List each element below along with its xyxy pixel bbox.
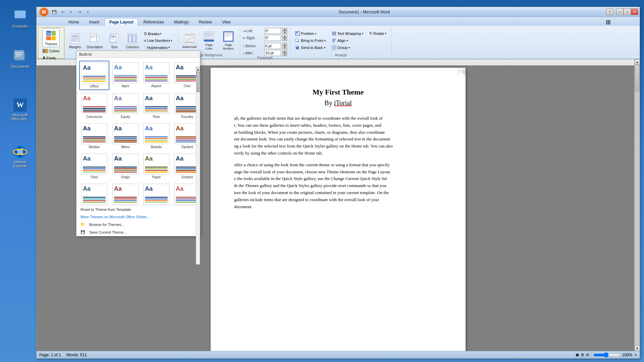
theme-preview-office: Aa (81, 63, 107, 83)
tab-view[interactable]: View (217, 18, 236, 26)
columns-btn[interactable]: Columns (124, 31, 141, 50)
theme-item-module[interactable]: AaModule (142, 122, 171, 150)
maximize-btn[interactable]: □ (624, 8, 631, 15)
theme-color-line (114, 136, 137, 137)
tab-insert[interactable]: Insert (84, 18, 104, 26)
ribbon-expand-btn[interactable]: ⊞ (604, 18, 613, 26)
indent-right-up[interactable]: ▲ (282, 35, 287, 38)
view-web-btn[interactable]: ⊟ (586, 353, 589, 357)
indent-left-up[interactable]: ▲ (282, 28, 287, 31)
colors-sub-btn[interactable]: Colors (41, 48, 61, 54)
indent-left-down[interactable]: ▼ (282, 31, 287, 34)
send-back-icon (295, 45, 300, 50)
theme-item-office[interactable]: AaOffice (79, 61, 109, 90)
reset-theme-btn[interactable]: Reset to Theme from Template (76, 206, 200, 213)
text-wrapping-btn[interactable]: Text Wrapping ▾ (329, 30, 366, 37)
theme-item-flow[interactable]: AaFlow (142, 92, 171, 120)
align-arrow: ▾ (346, 39, 348, 42)
tab-review[interactable]: Review (194, 18, 217, 26)
tab-mailings[interactable]: Mailings (169, 18, 194, 26)
align-btn[interactable]: Align ▾ (329, 37, 366, 44)
zoom-in-btn[interactable]: + (634, 352, 637, 357)
spacing-before-down[interactable]: ▼ (282, 46, 287, 49)
theme-item-equity[interactable]: AaEquity (111, 92, 140, 120)
line-numbers-btn[interactable]: ≡ Line Numbers ▾ (142, 38, 174, 44)
theme-color-line (83, 198, 106, 199)
page-borders-btn[interactable]: PageBorders (220, 29, 237, 52)
browse-themes-btn[interactable]: 📁 Browse for Themes... (76, 221, 200, 228)
desktop-icon-documents[interactable]: Documents (7, 47, 34, 70)
close-btn[interactable]: ✕ (631, 8, 638, 15)
spacing-after-input[interactable] (264, 50, 281, 56)
qa-undo-btn[interactable]: ↩ (59, 8, 66, 16)
indent-right-down[interactable]: ▼ (282, 38, 287, 41)
svg-rect-19 (52, 36, 56, 40)
theme-item-apex[interactable]: AaApex (111, 61, 140, 90)
theme-item-paper[interactable]: AaPaper (142, 152, 171, 181)
theme-item-oriel[interactable]: AaOriel (79, 152, 109, 181)
margins-btn[interactable]: Margins (67, 31, 83, 50)
theme-item-median[interactable]: AaMedian (79, 122, 109, 150)
watermark-btn[interactable]: DRAFT Watermark (181, 31, 198, 50)
view-full-btn[interactable]: ⊞ (581, 353, 584, 357)
vscroll-thumb[interactable] (635, 65, 639, 92)
scroll-up-arrow[interactable]: ▲ (635, 59, 640, 65)
svg-rect-11 (15, 56, 21, 56)
themes-scrollbar[interactable]: ▲ ▼ (196, 67, 200, 264)
indent-right-input[interactable] (264, 35, 281, 41)
theme-preview-aa: Aa (145, 125, 153, 132)
more-themes-btn[interactable]: More Themes on Microsoft Office Online..… (76, 213, 200, 221)
scroll-down-arrow[interactable]: ▼ (635, 346, 640, 351)
theme-name-apex: Apex (122, 84, 129, 88)
position-btn[interactable]: Position ▾ (293, 30, 328, 37)
save-theme-btn[interactable]: 💾 Save Current Theme... (76, 228, 200, 236)
orientation-btn[interactable]: Orientation (85, 31, 105, 50)
rotate-btn[interactable]: ↻ Rotate ▾ (367, 30, 389, 37)
theme-item-aspect[interactable]: AaAspect (142, 61, 171, 90)
theme-preview-paper: Aa (143, 154, 169, 174)
theme-color-line (176, 172, 199, 173)
page-color-btn[interactable]: PageColor (200, 29, 218, 52)
group-btn[interactable]: Group ▾ (329, 44, 366, 51)
indent-left-input[interactable] (264, 28, 281, 34)
spacing-before-up[interactable]: ▲ (282, 43, 287, 46)
hyphenation-btn[interactable]: ⁻ Hyphenation ▾ (142, 44, 174, 51)
send-to-back-btn[interactable]: Send to Back ▾ (293, 44, 328, 51)
breaks-btn[interactable]: ⊡ Breaks ▾ (142, 31, 174, 37)
tab-references[interactable]: References (138, 18, 169, 26)
scroll-up-btn[interactable]: ▲ (196, 67, 200, 72)
view-normal-btn[interactable]: ▣ (576, 353, 579, 357)
desktop-icon-computer[interactable]: Computer (7, 7, 34, 29)
qa-more-btn[interactable]: ▾ (84, 8, 92, 16)
minimize-btn[interactable]: — (616, 8, 624, 15)
theme-preview-lines (145, 167, 168, 173)
bring-to-front-btn[interactable]: Bring to Front ▾ (293, 37, 328, 44)
spacing-before-input[interactable] (264, 43, 281, 49)
spacing-after-down[interactable]: ▼ (282, 53, 287, 56)
qa-redo-btn[interactable]: ↪ (76, 8, 83, 16)
theme-preview-aspect: Aa (143, 62, 169, 83)
theme-item-metro[interactable]: AaMetro (111, 122, 140, 150)
desktop-icon-ie[interactable]: InternetExplorer (7, 142, 34, 169)
svg-rect-42 (185, 35, 194, 35)
theme-item-technic[interactable]: AaTechnic (79, 182, 109, 205)
align-icon (332, 38, 336, 43)
theme-item-trek[interactable]: AaTrek (111, 182, 140, 205)
tab-page-layout[interactable]: Page Layout (104, 18, 138, 26)
zoom-slider[interactable] (593, 353, 620, 357)
theme-item-origin[interactable]: AaOrigin (111, 152, 140, 181)
themes-dropdown-btn[interactable]: Aa Themes (42, 28, 60, 47)
svg-rect-61 (332, 35, 336, 35)
scroll-thumb[interactable] (197, 72, 200, 92)
help-btn[interactable]: ? (606, 8, 613, 15)
desktop-icon-msoffice[interactable]: W MicrosoftOffice Wo... (7, 96, 34, 122)
qa-save-btn[interactable]: 💾 (51, 8, 58, 16)
qa-undo-arrow-btn[interactable]: ▾ (67, 8, 75, 16)
spacing-after-up[interactable]: ▲ (282, 50, 287, 53)
size-btn[interactable]: Size (106, 31, 122, 50)
theme-color-line (176, 79, 199, 80)
tab-home[interactable]: Home (63, 18, 84, 26)
theme-item-urban[interactable]: AaUrban (142, 182, 171, 205)
theme-preview-apex: Aa (112, 62, 139, 83)
theme-item-concourse[interactable]: AaConcourse (79, 92, 109, 120)
